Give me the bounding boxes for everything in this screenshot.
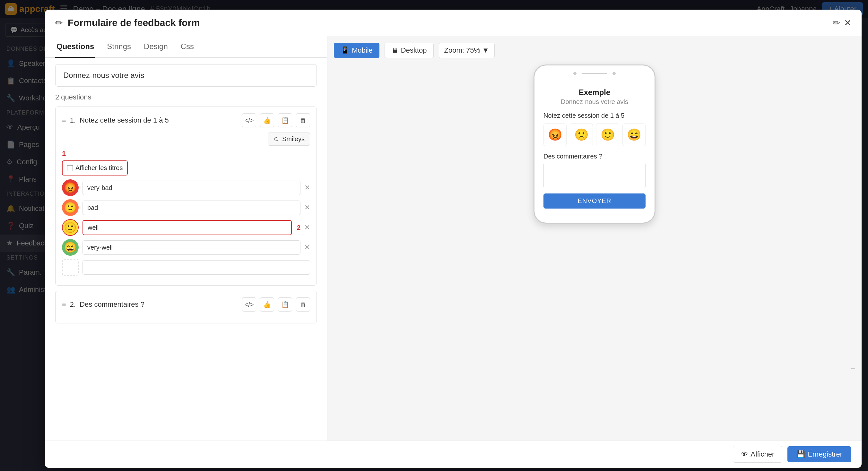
tab-css[interactable]: Css: [180, 36, 195, 58]
mobile-icon: 📱: [341, 46, 349, 55]
tab-design[interactable]: Design: [143, 36, 169, 58]
modal-close-button[interactable]: ✕: [844, 18, 851, 28]
phone-send-btn[interactable]: ENVOYER: [544, 194, 646, 208]
phone-emoji-2: 🙁: [570, 123, 593, 146]
desktop-preview-btn[interactable]: 🖥 Desktop: [384, 43, 434, 58]
mobile-preview-btn[interactable]: 📱 Mobile: [334, 43, 379, 58]
question-1-code-btn[interactable]: </>: [242, 113, 256, 127]
emoji-input-empty[interactable]: [83, 260, 310, 275]
question-2-block: ≡ 2. Des commentaires ? </> 👍 📋 🗑: [55, 291, 317, 324]
modal-title-icon: ✏: [55, 18, 63, 28]
phone-textarea: [544, 163, 646, 188]
save-label: Enregistrer: [808, 450, 842, 459]
phone-emoji-4: 😄: [622, 123, 646, 146]
form-title: Donnez-nous votre avis: [55, 64, 317, 87]
tabs: Questions Strings Design Css: [45, 36, 327, 58]
question-1-copy-btn[interactable]: 📋: [278, 113, 292, 127]
emoji-bad: 🙁: [62, 199, 79, 216]
emoji-input-very-bad[interactable]: [83, 181, 301, 195]
phone-question-2: Des commentaires ?: [544, 153, 646, 160]
emoji-delete-well[interactable]: ✕: [304, 223, 310, 232]
question-2-number: 2.: [70, 300, 76, 309]
smiley-type-btn[interactable]: ☺ Smileys: [268, 133, 310, 146]
emoji-delete-bad[interactable]: ✕: [304, 203, 310, 212]
question-2-copy-btn[interactable]: 📋: [278, 297, 292, 311]
phone-emojis: 😡 🙁 🙂 😄: [544, 123, 646, 146]
annotation-1: 1: [62, 149, 310, 158]
save-button[interactable]: 💾 Enregistrer: [787, 446, 851, 462]
drag-handle-1[interactable]: ≡: [62, 116, 66, 125]
phone-content: Exemple Donnez-nous votre avis Notez cet…: [538, 80, 651, 216]
phone-title: Exemple: [544, 88, 646, 97]
emoji-row-empty: [62, 259, 310, 276]
question-1-delete-btn[interactable]: 🗑: [296, 113, 310, 127]
drag-handle-2[interactable]: ≡: [62, 300, 66, 309]
emoji-very-well: 😄: [62, 239, 79, 256]
questions-count: 2 questions: [55, 93, 317, 101]
question-2-header: ≡ 2. Des commentaires ? </> 👍 📋 🗑: [62, 297, 310, 311]
mobile-label: Mobile: [352, 46, 373, 55]
emoji-empty-box: [62, 259, 79, 276]
emoji-row-very-well: 😄 ✕: [62, 239, 310, 256]
annotation-2: 2: [297, 224, 301, 231]
emoji-input-very-well[interactable]: [83, 240, 301, 255]
smiley-icon: ☺: [273, 135, 280, 143]
question-2-delete-btn[interactable]: 🗑: [296, 297, 310, 311]
emoji-row-bad: 🙁 ✕: [62, 199, 310, 216]
show-titles-box: Afficher les titres: [62, 160, 128, 175]
save-icon: 💾: [797, 450, 805, 459]
preview-controls: 📱 Mobile 🖥 Desktop Zoom: 75% ▼: [334, 43, 855, 58]
right-panel: 📱 Mobile 🖥 Desktop Zoom: 75% ▼: [328, 36, 862, 440]
show-titles-checkbox[interactable]: [67, 165, 73, 171]
tab-questions[interactable]: Questions: [55, 36, 95, 58]
phone-emoji-3: 🙂: [596, 123, 619, 146]
zoom-chevron: ▼: [482, 46, 489, 55]
question-1-thumb-btn[interactable]: 👍: [260, 113, 274, 127]
show-icon: 👁: [741, 450, 748, 459]
zoom-btn[interactable]: Zoom: 75% ▼: [439, 43, 495, 58]
emoji-well: 🙂: [62, 219, 79, 236]
modal-title: Formulaire de feedback form: [68, 17, 828, 28]
modal: ✏ Formulaire de feedback form ✏ ✕ Questi…: [45, 10, 862, 468]
question-2-title: Des commentaires ?: [80, 300, 238, 309]
modal-edit-button[interactable]: ✏: [833, 18, 840, 28]
emoji-input-well[interactable]: [83, 220, 292, 235]
modal-header-actions: ✏ ✕: [833, 18, 851, 28]
modal-header: ✏ Formulaire de feedback form ✏ ✕: [45, 10, 862, 36]
smiley-label: Smileys: [282, 135, 305, 143]
modal-body: Questions Strings Design Css Donnez-nous…: [45, 36, 862, 440]
zoom-label: Zoom: 75%: [444, 46, 480, 55]
show-button[interactable]: 👁 Afficher: [733, 446, 782, 463]
left-content: Donnez-nous votre avis 2 questions ≡ 1. …: [45, 58, 327, 440]
phone-dot-1: [573, 72, 577, 75]
show-label: Afficher: [750, 450, 774, 459]
tab-strings[interactable]: Strings: [105, 36, 132, 58]
emoji-input-bad[interactable]: [83, 201, 301, 215]
question-1-title: Notez cette session de 1 à 5: [80, 116, 238, 125]
phone-dot-2: [613, 72, 616, 75]
question-1-block: ≡ 1. Notez cette session de 1 à 5 </> 👍 …: [55, 106, 317, 285]
phone-question-1: Notez cette session de 1 à 5: [544, 112, 646, 120]
question-2-code-btn[interactable]: </>: [242, 297, 256, 311]
phone-bar: [582, 73, 607, 74]
phone-notch: [538, 72, 651, 75]
show-titles-label: Afficher les titres: [75, 164, 123, 172]
resize-handle[interactable]: ↔: [850, 365, 857, 372]
question-2-thumb-btn[interactable]: 👍: [260, 297, 274, 311]
modal-footer: 👁 Afficher 💾 Enregistrer: [45, 440, 862, 468]
emoji-very-bad: 😡: [62, 179, 79, 196]
phone-emoji-1: 😡: [544, 123, 566, 146]
left-panel: Questions Strings Design Css Donnez-nous…: [45, 36, 328, 440]
emoji-row-very-bad: 😡 ✕: [62, 179, 310, 196]
desktop-icon: 🖥: [391, 46, 398, 55]
question-1-number: 1.: [70, 116, 76, 125]
phone-subtitle: Donnez-nous votre avis: [544, 98, 646, 106]
desktop-label: Desktop: [401, 46, 427, 55]
question-1-header: ≡ 1. Notez cette session de 1 à 5 </> 👍 …: [62, 113, 310, 127]
emoji-delete-very-bad[interactable]: ✕: [304, 183, 310, 192]
emoji-row-well: 🙂 2 ✕: [62, 219, 310, 236]
phone-mockup: Exemple Donnez-nous votre avis Notez cet…: [533, 65, 655, 224]
emoji-delete-very-well[interactable]: ✕: [304, 243, 310, 251]
